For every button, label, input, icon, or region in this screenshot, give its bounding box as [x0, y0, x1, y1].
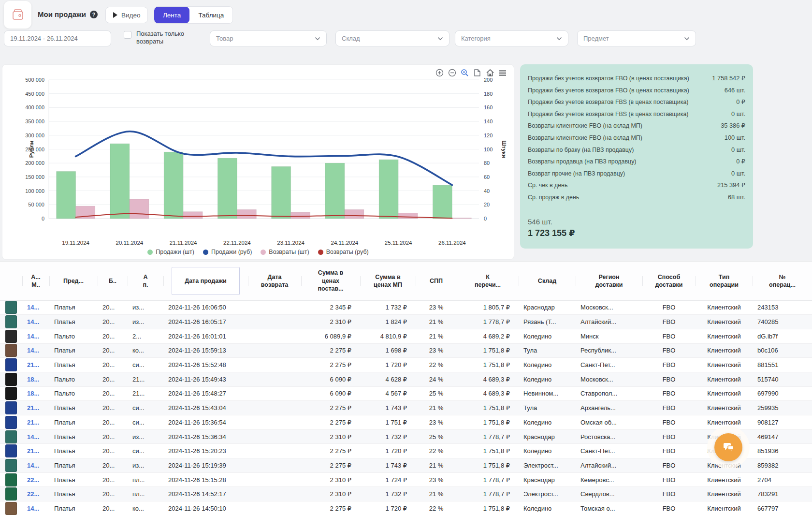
zoom-in-icon[interactable] — [435, 68, 444, 77]
article-link[interactable]: 14... — [27, 505, 39, 512]
product-thumbnail[interactable] — [5, 416, 17, 429]
video-button[interactable]: Видео — [105, 7, 148, 23]
table-row[interactable]: 22...Платья20...пл...2024-11-26 14:52:17… — [0, 487, 812, 501]
sales-chart[interactable]: 0050 00020100 00040150 00060200 00080250… — [2, 65, 514, 260]
table-row[interactable]: 21...Платья20...си...2024-11-26 15:20:23… — [0, 444, 812, 458]
product-thumbnail[interactable] — [5, 459, 17, 472]
column-header[interactable]: К перечи... — [457, 262, 519, 300]
column-header-sale-date-box[interactable]: Дата продажи — [172, 267, 240, 295]
column-header[interactable]: А п. — [128, 262, 163, 300]
article-link[interactable]: 14... — [27, 462, 39, 469]
product-thumbnail[interactable] — [5, 301, 17, 314]
date-range-value: 19.11.2024 - 26.11.2024 — [10, 35, 78, 42]
table-row[interactable]: 14...Платья20...ко...2024-11-26 14:50:10… — [0, 501, 812, 515]
zoom-out-icon[interactable] — [448, 68, 457, 77]
date-range-input[interactable]: 19.11.2024 - 26.11.2024 — [4, 30, 111, 46]
table-row[interactable]: 18...Пальто20...21...2024-11-26 15:49:43… — [0, 372, 812, 386]
product-thumbnail[interactable] — [5, 487, 17, 500]
article-link[interactable]: 21... — [27, 447, 39, 455]
returns-only-checkbox[interactable]: Показать только возвраты — [124, 30, 197, 46]
article-link[interactable]: 18... — [27, 390, 39, 397]
product-thumbnail[interactable] — [5, 373, 17, 386]
table-row[interactable]: 14...Платья20...из...2024-11-26 15:19:39… — [0, 458, 812, 473]
box-zoom-icon[interactable] — [460, 68, 469, 77]
article-link[interactable]: 21... — [27, 361, 39, 368]
table-row[interactable]: 21...Платья20...си...2024-11-26 15:43:04… — [0, 401, 812, 415]
article-link[interactable]: 14... — [27, 318, 39, 325]
table-cell: FBO — [642, 472, 696, 487]
table-row[interactable]: 14...Платья20...из...2024-11-26 16:06:50… — [0, 300, 812, 315]
article-link[interactable]: 18... — [27, 376, 39, 383]
product-thumbnail[interactable] — [5, 358, 17, 371]
product-thumbnail[interactable] — [5, 430, 17, 443]
chat-button[interactable] — [707, 426, 750, 469]
table-cell: 1 720 ₽ — [360, 501, 416, 515]
stats-panel: Продажи без учетов возвратов FBO (в цена… — [520, 64, 753, 249]
tab-lenta[interactable]: Лента — [154, 7, 189, 23]
table-row[interactable]: 18...Пальто20...21...2024-11-26 15:48:27… — [0, 386, 812, 401]
checkbox-icon[interactable] — [124, 31, 131, 39]
filter-dropdown-1[interactable]: Товар — [210, 30, 327, 46]
column-header[interactable]: Сумма в ценах МП — [360, 262, 416, 300]
article-link[interactable]: 21... — [27, 404, 39, 412]
svg-text:300 000: 300 000 — [25, 132, 44, 138]
column-header[interactable]: Способ доставки — [642, 262, 696, 300]
article-link[interactable]: 14... — [27, 304, 39, 311]
product-thumbnail[interactable] — [5, 473, 17, 486]
app-logo[interactable] — [4, 1, 31, 29]
column-header[interactable]: Дата возврата — [248, 262, 301, 300]
table-row[interactable]: 14...Пальто20...2...2024-11-26 16:01:016… — [0, 329, 812, 343]
column-header[interactable]: Тип операции — [696, 262, 753, 300]
product-thumbnail[interactable] — [5, 344, 17, 357]
table-cell: 14... — [22, 429, 49, 444]
filter-dropdown-3[interactable]: Категория — [455, 30, 568, 46]
column-header[interactable]: А... М.. — [22, 262, 49, 300]
table-row[interactable]: 14...Платья20...из...2024-11-26 15:36:34… — [0, 429, 812, 444]
table-cell: 908127 — [753, 415, 812, 430]
article-link[interactable]: 14... — [27, 333, 39, 340]
table-row[interactable]: 22...Платья20...пл...2024-11-26 15:15:28… — [0, 472, 812, 487]
column-header[interactable]: Дата продажи — [163, 262, 248, 300]
tab-tablitsa[interactable]: Таблица — [189, 7, 232, 23]
legend-item[interactable]: Возвраты (шт) — [261, 249, 309, 255]
product-thumbnail[interactable] — [5, 330, 17, 343]
table-cell — [248, 444, 301, 458]
article-link[interactable]: 22... — [27, 490, 39, 498]
pan-icon[interactable] — [473, 68, 482, 77]
product-thumbnail[interactable] — [5, 387, 17, 400]
column-header-photo[interactable] — [0, 262, 22, 300]
product-thumbnail[interactable] — [5, 401, 17, 414]
article-link[interactable]: 14... — [27, 347, 39, 354]
article-link[interactable]: 21... — [27, 419, 39, 426]
article-link[interactable]: 14... — [27, 433, 39, 441]
menu-icon[interactable] — [498, 68, 507, 77]
article-link[interactable]: 22... — [27, 476, 39, 484]
column-header[interactable]: Сумма в ценах постав... — [301, 262, 360, 300]
table-cell: 25 % — [416, 386, 457, 401]
table-row[interactable]: 14...Платья20...ко...2024-11-26 15:59:13… — [0, 343, 812, 358]
column-header[interactable]: Пред... — [49, 262, 98, 300]
filter-dropdown-4[interactable]: Предмет — [577, 30, 696, 46]
chat-fab-circle[interactable] — [714, 433, 742, 461]
product-thumbnail[interactable] — [5, 315, 17, 328]
table-row[interactable]: 14...Платья20...из...2024-11-26 16:05:17… — [0, 315, 812, 329]
table-cell: 2024-11-26 15:36:54 — [163, 415, 248, 430]
table-row[interactable]: 21...Платья20...си...2024-11-26 15:52:48… — [0, 358, 812, 372]
column-header[interactable]: Регион доставки — [576, 262, 642, 300]
legend-item[interactable]: Возвраты (руб) — [318, 249, 369, 255]
stat-label: Возвраты клиентские FBO (на склад МП) — [528, 134, 642, 141]
stat-label: Возвраты по браку (на ПВЗ продавцу) — [528, 147, 634, 153]
filter-dropdown-2[interactable]: Склад — [335, 30, 450, 46]
column-header[interactable]: Б.. — [98, 262, 128, 300]
help-icon[interactable]: ? — [90, 11, 98, 18]
svg-text:Штуки: Штуки — [501, 140, 507, 158]
legend-item[interactable]: Продажи (шт) — [147, 249, 194, 255]
product-thumbnail[interactable] — [5, 502, 17, 515]
table-row[interactable]: 21...Платья20...си...2024-11-26 15:36:54… — [0, 415, 812, 430]
column-header[interactable]: № операц... — [753, 262, 812, 300]
column-header[interactable]: СПП — [416, 262, 457, 300]
legend-item[interactable]: Продажи (руб) — [203, 249, 252, 255]
home-icon[interactable] — [485, 68, 494, 77]
column-header[interactable]: Склад — [519, 262, 576, 300]
product-thumbnail[interactable] — [5, 444, 17, 457]
